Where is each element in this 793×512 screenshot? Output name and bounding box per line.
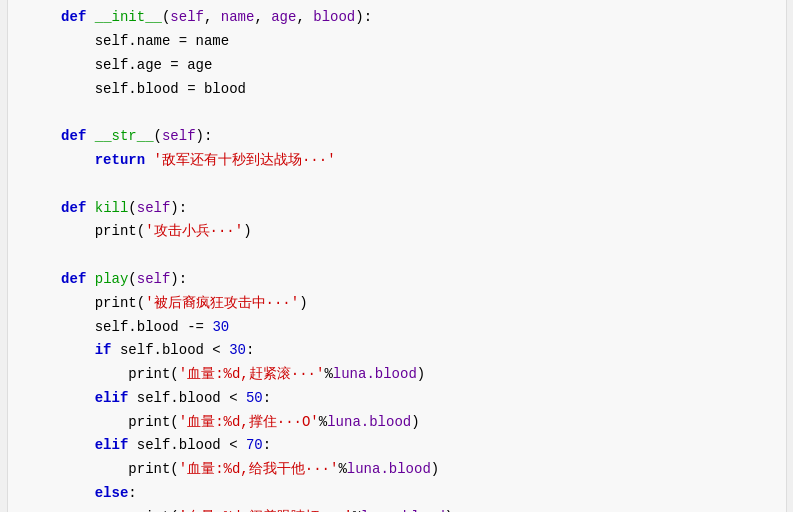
code-line-blank-3 — [28, 244, 766, 268]
code-line-blank-1 — [28, 101, 766, 125]
code-line-7: def __str__(self): — [28, 125, 766, 149]
code-line-13: def play(self): — [28, 268, 766, 292]
code-line-22: else: — [28, 482, 766, 506]
code-line-14: print('被后裔疯狂攻击中···') — [28, 292, 766, 316]
code-line-21: print('血量:%d,给我干他···'%luna.blood) — [28, 458, 766, 482]
code-line-20: elif self.blood < 70: — [28, 434, 766, 458]
code-line-4: self.age = age — [28, 54, 766, 78]
code-line-8: return '敌军还有十秒到达战场···' — [28, 149, 766, 173]
code-line-3: self.name = name — [28, 30, 766, 54]
code-line-16: if self.blood < 30: — [28, 339, 766, 363]
code-line-18: elif self.blood < 50: — [28, 387, 766, 411]
code-line-15: self.blood -= 30 — [28, 316, 766, 340]
code-line-blank-2 — [28, 173, 766, 197]
code-line-11: print('攻击小兵···') — [28, 220, 766, 244]
code-editor: class Hero(object): def __init__(self, n… — [7, 0, 787, 512]
code-line-5: self.blood = blood — [28, 78, 766, 102]
code-line-19: print('血量:%d,撑住···O'%luna.blood) — [28, 411, 766, 435]
code-line-17: print('血量:%d,赶紧滚···'%luna.blood) — [28, 363, 766, 387]
code-line-10: def kill(self): — [28, 197, 766, 221]
code-line-2: def __init__(self, name, age, blood): — [28, 6, 766, 30]
code-line-23: print('血量:%d,闭着眼睛打···'%luna.blood) — [28, 506, 766, 512]
